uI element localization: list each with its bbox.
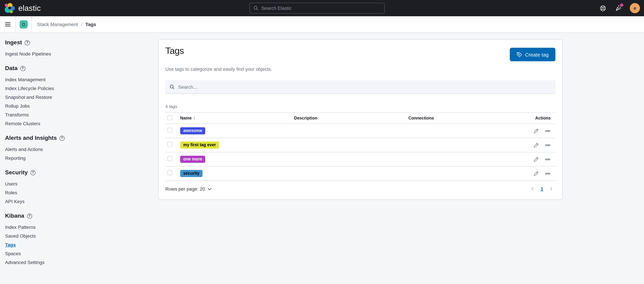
tag-count-caption: 4 tags <box>165 104 556 109</box>
sidebar-section-heading: Security ? <box>5 169 149 176</box>
page-subtitle: Use tags to categorize and easily find y… <box>165 66 556 72</box>
space-avatar: D <box>20 20 28 29</box>
sidebar-section-heading: Kibana ? <box>5 212 149 220</box>
sidebar-item-roles[interactable]: Roles <box>5 190 17 195</box>
edit-tag-button[interactable] <box>533 156 539 162</box>
row-actions-menu-button[interactable] <box>544 128 551 134</box>
create-tag-button[interactable]: Create tag <box>510 48 556 61</box>
sidebar-item-rollup-jobs[interactable]: Rollup Jobs <box>5 103 30 109</box>
select-row-checkbox[interactable] <box>167 156 172 161</box>
select-row-checkbox[interactable] <box>167 142 172 147</box>
column-header-actions: Actions <box>535 116 556 121</box>
table-row: one more <box>165 152 556 167</box>
tag-badge: my first tag ever <box>180 141 219 149</box>
help-icon[interactable]: ? <box>27 213 32 218</box>
sidebar-item-api-keys[interactable]: API Keys <box>5 199 24 204</box>
sidebar-item-transforms[interactable]: Transforms <box>5 112 29 117</box>
nav-menu-button[interactable] <box>0 16 16 33</box>
sidebar-item-saved-objects[interactable]: Saved Objects <box>5 233 36 239</box>
sidebar-item-tags[interactable]: Tags <box>5 242 16 247</box>
help-icon[interactable]: ? <box>20 66 25 71</box>
tags-search-input[interactable] <box>178 84 551 90</box>
pencil-icon <box>534 157 539 162</box>
stack-management-sidebar: Ingest ? Ingest Node Pipelines Data ? In… <box>0 33 156 268</box>
edit-tag-button[interactable] <box>533 170 539 176</box>
select-all-checkbox[interactable] <box>167 115 172 120</box>
sidebar-item-reporting[interactable]: Reporting <box>5 155 26 161</box>
sidebar-item-users[interactable]: Users <box>5 181 18 186</box>
elastic-logo-text: elastic <box>18 4 41 13</box>
pagination-page-1[interactable]: 1 <box>538 186 545 192</box>
table-footer: Rows per page: 20 1 <box>165 185 556 193</box>
rows-per-page-label: Rows per page: 20 <box>165 186 205 192</box>
tags-panel: Tags Create tag Use tags to categorize a… <box>158 39 562 200</box>
help-menu-button[interactable] <box>599 4 607 12</box>
create-tag-button-label: Create tag <box>525 52 549 57</box>
boxes-horizontal-icon <box>545 171 550 176</box>
sidebar-section-title: Alerts and Insights <box>5 134 57 142</box>
breadcrumb-current: Tags <box>85 22 96 27</box>
global-search <box>250 3 385 14</box>
row-actions-menu-button[interactable] <box>544 170 551 176</box>
help-icon[interactable]: ? <box>60 136 64 141</box>
notification-dot <box>620 4 624 7</box>
sidebar-item-advanced-settings[interactable]: Advanced Settings <box>5 260 44 265</box>
header-actions: e <box>599 0 640 16</box>
pagination-previous-button[interactable] <box>529 185 536 193</box>
panel-header: Tags Create tag <box>165 45 556 61</box>
sidebar-section-kibana: Kibana ? Index Patterns Saved Objects Ta… <box>5 212 149 265</box>
chevron-right-icon <box>549 186 554 191</box>
sidebar-section-heading: Data ? <box>5 65 149 72</box>
elastic-logo-icon <box>5 3 15 13</box>
sidebar-section-heading: Alerts and Insights ? <box>5 134 149 142</box>
sidebar-item-index-patterns[interactable]: Index Patterns <box>5 224 36 230</box>
column-header-name[interactable]: Name↑ <box>180 116 294 121</box>
select-row-checkbox[interactable] <box>167 170 172 175</box>
row-actions-menu-button[interactable] <box>544 142 551 148</box>
chevron-left-icon <box>530 186 535 191</box>
table-row: awesome <box>165 124 556 138</box>
sidebar-item-snapshot-and-restore[interactable]: Snapshot and Restore <box>5 94 52 100</box>
select-row-checkbox[interactable] <box>167 128 172 133</box>
user-avatar[interactable]: e <box>630 3 640 13</box>
sidebar-section-title: Ingest <box>5 39 22 46</box>
breadcrumb-stack-management[interactable]: Stack Management <box>37 22 78 27</box>
tag-badge: one more <box>180 156 205 163</box>
help-icon[interactable]: ? <box>30 170 36 175</box>
column-header-description: Description <box>294 116 408 121</box>
pagination-next-button[interactable] <box>547 185 555 193</box>
table-header-row: Name↑ Description Connections Actions <box>165 112 556 124</box>
rows-per-page-button[interactable]: Rows per page: 20 <box>165 186 212 192</box>
chevron-down-icon <box>208 188 212 190</box>
sidebar-item-index-lifecycle-policies[interactable]: Index Lifecycle Policies <box>5 86 54 91</box>
help-icon[interactable]: ? <box>25 40 30 45</box>
sidebar-section-ingest: Ingest ? Ingest Node Pipelines <box>5 39 149 57</box>
sidebar-item-ingest-node-pipelines[interactable]: Ingest Node Pipelines <box>5 51 51 57</box>
sidebar-section-alerts-and-insights: Alerts and Insights ? Alerts and Actions… <box>5 134 149 161</box>
tags-table: Name↑ Description Connections Actions aw… <box>165 112 556 181</box>
boxes-horizontal-icon <box>545 157 550 162</box>
edit-tag-button[interactable] <box>533 128 539 134</box>
pencil-icon <box>534 171 539 176</box>
sidebar-section-heading: Ingest ? <box>5 39 149 46</box>
space-selector[interactable]: D <box>16 16 32 33</box>
sidebar-item-spaces[interactable]: Spaces <box>5 251 21 256</box>
sidebar-section-title: Security <box>5 169 28 176</box>
global-search-input[interactable] <box>261 6 381 11</box>
sidebar-item-alerts-and-actions[interactable]: Alerts and Actions <box>5 147 43 152</box>
elastic-logo[interactable]: elastic <box>0 3 46 13</box>
pencil-icon <box>534 128 539 134</box>
sidebar-item-remote-clusters[interactable]: Remote Clusters <box>5 121 40 126</box>
edit-tag-button[interactable] <box>533 142 539 148</box>
sidebar-item-index-management[interactable]: Index Management <box>5 77 46 82</box>
sidebar-section-data: Data ? Index Management Index Lifecycle … <box>5 65 149 126</box>
newsfeed-button[interactable] <box>614 4 622 12</box>
row-actions-menu-button[interactable] <box>544 156 551 162</box>
sort-ascending-icon: ↑ <box>193 116 196 121</box>
hamburger-icon <box>5 22 10 27</box>
breadcrumb-separator: / <box>81 22 82 27</box>
search-icon <box>169 84 175 90</box>
tag-badge: awesome <box>180 127 205 134</box>
sidebar-section-security: Security ? Users Roles API Keys <box>5 169 149 204</box>
boxes-horizontal-icon <box>545 142 550 148</box>
